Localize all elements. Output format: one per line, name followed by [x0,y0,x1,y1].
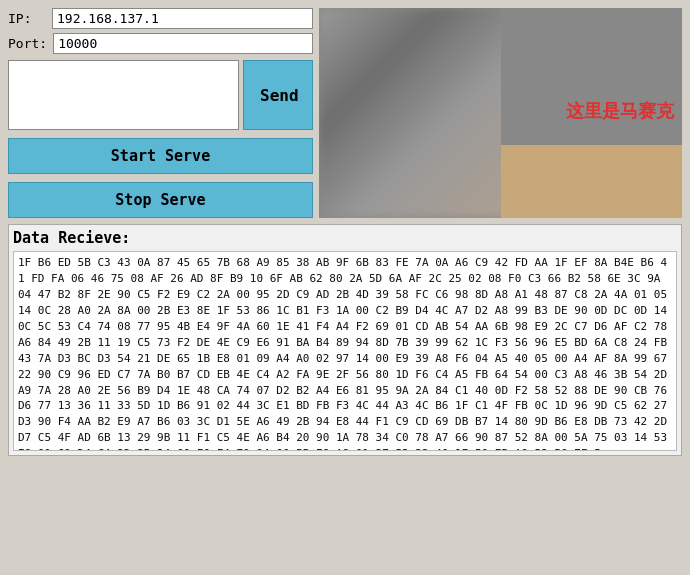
ip-input[interactable] [52,8,313,29]
port-label: Port: [8,36,47,51]
port-row: Port: [8,33,313,54]
left-panel: IP: Port: Send Start Serve Stop Serve [8,8,313,218]
data-wrapper: 1F B6 ED 5B C3 43 0A 87 45 65 7B 68 A9 8… [13,251,677,451]
mosaic-label: 这里是马赛克 [566,99,674,123]
data-section: Data Recieve: 1F B6 ED 5B C3 43 0A 87 45… [8,224,682,456]
ip-label: IP: [8,11,46,26]
image-blur-region [319,8,519,218]
port-input[interactable] [53,33,313,54]
app-container: IP: Port: Send Start Serve Stop Serve 这里… [0,0,690,464]
top-section: IP: Port: Send Start Serve Stop Serve 这里… [8,8,682,218]
image-top [501,8,683,145]
data-title: Data Recieve: [13,229,677,247]
stop-serve-button[interactable]: Stop Serve [8,182,313,218]
data-content[interactable]: 1F B6 ED 5B C3 43 0A 87 45 65 7B 68 A9 8… [13,251,677,451]
start-serve-button[interactable]: Start Serve [8,138,313,174]
send-button[interactable]: Send [243,60,313,130]
send-textarea[interactable] [8,60,239,130]
image-bottom [501,145,683,219]
ip-row: IP: [8,8,313,29]
send-area: Send [8,60,313,130]
image-panel: 这里是马赛克 [319,8,682,218]
